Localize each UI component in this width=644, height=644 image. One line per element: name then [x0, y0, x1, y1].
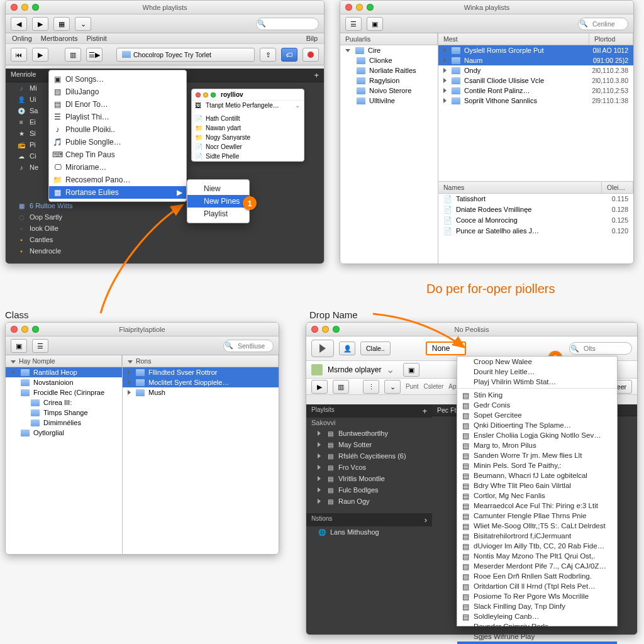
table-row[interactable]: Soprilt Vithone Sannlics2l9:110.1:38	[438, 96, 633, 106]
popover-item[interactable]: 📁Nogy Sanyarste	[192, 133, 304, 142]
menu-item[interactable]: 📁Recosemol Pano…	[49, 174, 186, 186]
dropdown-item[interactable]: ▤Marg to, Mron Pilus	[457, 440, 617, 450]
sidebar-item[interactable]: ▤Rfsléh Caycitieens (6)	[306, 450, 432, 462]
table-row[interactable]: 📄Punce ar Satellho alies J…0.120	[438, 226, 633, 236]
sidebar-item[interactable]: ▤Raun Ogy	[306, 496, 432, 507]
sidebar-item[interactable]: Sa	[30, 107, 38, 114]
sidebar-item[interactable]: ◌Oop Sartly	[6, 211, 324, 223]
list-row[interactable]: Mush	[123, 387, 279, 397]
dropdown-item[interactable]: ▤dUvioger lm Ailly Ttb, CC, 20 Rab Fide…	[457, 541, 617, 551]
nav-button[interactable]: ☰	[345, 17, 362, 31]
sidebar-item[interactable]: Ui	[30, 96, 36, 103]
menu-item[interactable]: Mertbaronts	[41, 35, 78, 42]
dropdown-item[interactable]: ▤Rooe Een Drñ Rnllen Satt Rodbrling.	[457, 571, 617, 581]
minimize-icon[interactable]	[203, 92, 208, 97]
dropdown-item[interactable]: ▤Beumann, Whacri fJ Late ogbitelcal	[457, 470, 617, 480]
sidebar-item[interactable]: ▪Nendrocle	[6, 245, 324, 257]
submenu[interactable]: Niew New Pines Playlist	[187, 179, 250, 223]
dropdown-item[interactable]: ▤Slack Finlling Day, Tnp Dinfy	[457, 601, 617, 611]
dropdown-item[interactable]: ▤Cortlor, Mg Nec Fanlis	[457, 491, 617, 501]
submenu-item[interactable]: Niew	[187, 182, 249, 195]
grid-button[interactable]: ▥	[65, 48, 81, 62]
clale-button[interactable]: Clale..	[360, 341, 391, 355]
dropdown-item[interactable]: Playj Vhilrin Wtimb Stat…	[457, 377, 617, 387]
sidebar-item[interactable]: ▤Buntweothortlhy	[306, 428, 432, 439]
menu-item[interactable]: 🖵Miroriame…	[49, 161, 186, 174]
titlebar[interactable]: Winka playlists	[340, 1, 633, 14]
menu-item[interactable]: ☰Playlist Thi…	[49, 111, 186, 123]
minimize-icon[interactable]	[322, 326, 329, 333]
sidebar-item[interactable]: ▤Fulc Bodlges	[306, 484, 432, 496]
square-button[interactable]: ▣	[403, 363, 419, 377]
dropdown-item[interactable]: ▤Bisitatrehilortrord f,iCJermuant	[457, 531, 617, 541]
traffic-lights[interactable]	[6, 4, 39, 11]
table-row[interactable]: 📄Tatisshort0.115	[438, 194, 633, 204]
sidebar-item[interactable]: Ci	[30, 152, 36, 160]
minimize-icon[interactable]	[21, 326, 28, 333]
list-button[interactable]: ☰	[32, 339, 48, 353]
dropdown-item[interactable]: ▤Sanden Worre Tr jm. Mew flies Llt	[457, 450, 617, 460]
close-icon[interactable]	[11, 326, 18, 333]
menu-item[interactable]: ⌨Chep Tin Paus	[49, 148, 186, 161]
dropdown-item[interactable]: ▤Sopet Gercitee	[457, 410, 617, 420]
tree-row[interactable]: Cire	[340, 45, 438, 55]
submenu-item[interactable]: Playlist	[187, 208, 249, 220]
dropdown-item[interactable]: ▤Posiome To Rer Pgore Wls Mocrilile	[457, 591, 617, 601]
close-icon[interactable]	[311, 326, 318, 333]
popover-item[interactable]: 📄Nocr Oewller	[192, 142, 304, 152]
dropdown-item[interactable]: ▤Soldleyleing Canb…	[457, 611, 617, 621]
dropdown-item-selected[interactable]: ⚙Optiicuate j Alles…	[457, 641, 617, 644]
name-dropdown[interactable]: Croop New WaleeDourit hley Leitle…Playj …	[457, 356, 618, 626]
icon-button[interactable]: ⋮	[363, 380, 379, 394]
titlebar[interactable]: Flaipritylaptiole	[6, 323, 279, 336]
table-row[interactable]: Csanill Cliode Ulisise Vcle2l0,110.3.80	[438, 75, 633, 86]
icon-button[interactable]: ▶	[311, 380, 328, 394]
sidebar-item[interactable]: ▤May Sotter	[306, 439, 432, 450]
menu-item[interactable]: Onling	[12, 35, 32, 42]
popover-item[interactable]: 📁Nawan ydart	[192, 123, 304, 133]
sidebar-item[interactable]: Ne	[30, 164, 38, 171]
tree-row[interactable]: Frocidle Rec (Cirinprae	[6, 387, 122, 397]
list-row[interactable]: Moclitet Syent Siopplele…	[123, 377, 279, 387]
sidebar-item[interactable]: ▪Cantles	[6, 234, 324, 245]
dropdown-item[interactable]: ▤Minin Pels. Sord Te Paithy,:	[457, 460, 617, 470]
sidebar-item[interactable]: Mi	[30, 84, 37, 92]
dropdown-item[interactable]: ▤Mearraedcol Ace Ful Thi: Piring e:3 Lti…	[457, 501, 617, 511]
dropdown-item[interactable]: ▤Qnki Ditioerting The Splame…	[457, 420, 617, 430]
dropdown-item[interactable]: ▤Camunter Ftengle Pllae Thrns Pnie	[457, 511, 617, 521]
action-button[interactable]: ⌄	[75, 17, 91, 31]
table-row[interactable]: 📄Cooce al Monrocing0.125	[438, 215, 633, 226]
dropdown-item[interactable]: Sgjes Wifrune Play	[457, 631, 617, 641]
column-header[interactable]: Names	[438, 182, 602, 193]
dropdown-item[interactable]: ▤Oritdartion Cill ll Hrnd (Ttpl Rels Pet…	[457, 581, 617, 591]
menu-item[interactable]: ▤Dl Enor To…	[49, 98, 186, 111]
nav-play-button[interactable]: ▶	[32, 48, 48, 62]
view-button[interactable]: ▦	[53, 17, 70, 31]
tree-row[interactable]: Timps Shange	[6, 408, 122, 418]
menu-item[interactable]: ▤DiluJango	[49, 86, 186, 98]
column-header[interactable]: Rons	[123, 355, 279, 367]
traffic-lights[interactable]	[340, 4, 374, 11]
popover-item[interactable]: 📄Hath Contillt	[192, 114, 304, 123]
tree-row[interactable]: Dimimnélies	[6, 418, 122, 428]
close-icon[interactable]	[345, 4, 352, 11]
view-button[interactable]: ▣	[367, 17, 383, 31]
zoom-icon[interactable]	[333, 326, 340, 333]
minimize-icon[interactable]	[21, 4, 28, 11]
table-row[interactable]: Oyslell Romis Grorple Put0lil AO 1012	[438, 45, 633, 55]
add-icon[interactable]: +	[314, 70, 319, 80]
sidebar-item[interactable]: 🌐Lans Mithushog	[306, 526, 432, 538]
tree-row[interactable]: Crirea III:	[6, 397, 122, 408]
column-header[interactable]: Hay Nomple	[6, 355, 122, 367]
column-header[interactable]: Olei…	[602, 182, 633, 193]
tag-button[interactable]: 🏷	[281, 48, 297, 62]
titlebar[interactable]: No Peolisis	[306, 323, 637, 336]
name-field[interactable]: None	[426, 341, 467, 355]
icon-button[interactable]: 👤	[339, 341, 355, 355]
dropdown-item[interactable]: ▤Meserder Merdont Pife 7.., CAj CAJ/0Z…	[457, 561, 617, 571]
fwd-button[interactable]: ▶	[32, 17, 48, 31]
menu-item-selected[interactable]: ▦Rortanse Eulies▶	[49, 186, 186, 199]
icon-button[interactable]: ⌄	[384, 380, 401, 394]
player-label[interactable]: Msrnde olplayer	[328, 365, 381, 374]
menu-item[interactable]: ♪Phoulle Ploiki..	[49, 123, 186, 136]
